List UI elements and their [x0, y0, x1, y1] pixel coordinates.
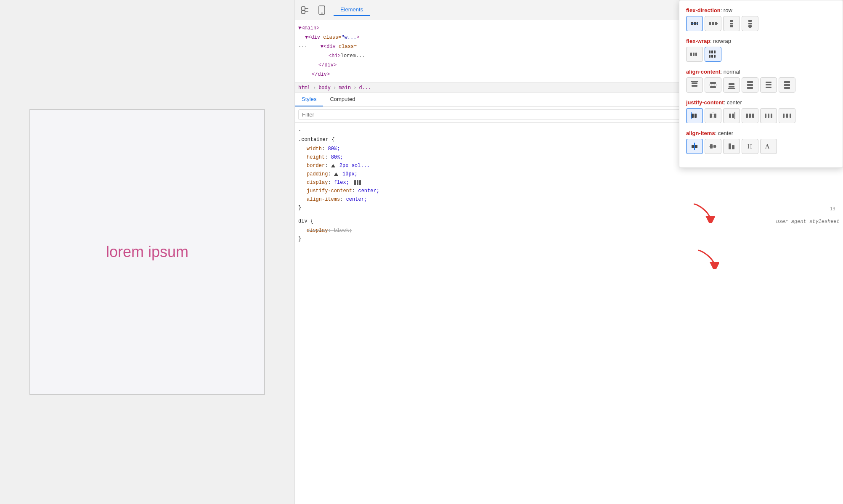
- flex-editor-open-icon[interactable]: [354, 180, 361, 186]
- flex-dir-column-btn[interactable]: [723, 16, 740, 31]
- ac-center-btn[interactable]: [705, 77, 721, 93]
- svg-rect-6: [354, 180, 356, 185]
- svg-rect-61: [765, 114, 766, 118]
- svg-rect-58: [746, 114, 748, 118]
- svg-rect-69: [695, 145, 697, 148]
- svg-rect-30: [714, 55, 716, 58]
- breadcrumb-html[interactable]: html: [298, 85, 310, 90]
- svg-rect-59: [752, 114, 754, 118]
- ai-stretch-btn[interactable]: I I: [742, 139, 758, 154]
- svg-rect-21: [748, 25, 752, 27]
- flex-wrap-wrap-btn[interactable]: [705, 47, 721, 62]
- svg-rect-36: [710, 86, 716, 88]
- flex-dir-column-reverse-btn[interactable]: [742, 16, 758, 31]
- css-selector-div[interactable]: div {: [298, 217, 313, 225]
- svg-rect-44: [766, 84, 771, 85]
- ac-flex-end-btn[interactable]: [723, 77, 740, 93]
- css-rules: · .container { width: 80%; height: 80%; …: [295, 123, 843, 504]
- ai-flex-end-btn[interactable]: [723, 139, 740, 154]
- inspect-icon[interactable]: [300, 5, 310, 15]
- svg-rect-53: [714, 114, 716, 118]
- jc-flex-start-btn[interactable]: [686, 108, 703, 123]
- ai-flex-start-btn[interactable]: [686, 139, 703, 154]
- svg-rect-42: [747, 84, 753, 86]
- align-content-buttons: [686, 77, 836, 93]
- ac-space-around-btn[interactable]: [760, 77, 777, 93]
- svg-rect-71: [710, 144, 713, 149]
- breadcrumb-main[interactable]: main: [339, 85, 351, 90]
- svg-rect-18: [730, 25, 733, 27]
- align-items-row: align-items: center: [686, 130, 836, 154]
- breadcrumb-d[interactable]: d...: [359, 85, 371, 90]
- flex-dir-row-reverse-btn[interactable]: [705, 16, 721, 31]
- svg-text:I: I: [750, 143, 752, 150]
- ac-space-between-btn[interactable]: [742, 77, 758, 93]
- svg-rect-23: [693, 53, 695, 56]
- tab-styles[interactable]: Styles: [295, 93, 323, 106]
- demo-container: lorem ipsum: [29, 109, 265, 395]
- svg-rect-55: [729, 114, 731, 118]
- jc-space-evenly-btn[interactable]: [779, 108, 795, 123]
- svg-rect-15: [715, 22, 717, 25]
- svg-rect-51: [695, 114, 697, 118]
- svg-rect-66: [790, 114, 791, 118]
- svg-rect-48: [784, 87, 790, 89]
- ai-baseline-btn[interactable]: A: [760, 139, 777, 154]
- svg-rect-62: [768, 114, 769, 118]
- tab-computed[interactable]: Computed: [323, 93, 362, 106]
- device-icon[interactable]: [317, 5, 327, 15]
- ai-center-btn[interactable]: [705, 139, 721, 154]
- flex-dir-row-btn[interactable]: [686, 16, 703, 31]
- padding-expand-triangle[interactable]: [334, 172, 338, 176]
- svg-rect-74: [732, 145, 734, 149]
- svg-rect-47: [784, 84, 790, 86]
- flex-wrap-nowrap-btn[interactable]: [686, 47, 703, 62]
- svg-rect-46: [784, 81, 790, 83]
- browser-viewport: lorem ipsum: [0, 0, 294, 504]
- svg-rect-25: [709, 50, 710, 53]
- flex-direction-buttons: [686, 16, 836, 31]
- devtools-top-tabs: Elements: [334, 4, 370, 16]
- css-prop-padding[interactable]: padding: 10px;: [298, 170, 840, 178]
- css-prop-justify-content[interactable]: justify-content: center;: [298, 187, 840, 195]
- svg-rect-16: [730, 20, 733, 22]
- svg-rect-37: [729, 83, 734, 85]
- jc-space-between-btn[interactable]: [742, 108, 758, 123]
- svg-rect-50: [692, 114, 694, 118]
- flex-direction-row: flex-direction: row: [686, 7, 836, 31]
- line-number-13: 13: [830, 206, 835, 212]
- css-close-brace-container: }: [298, 204, 840, 212]
- jc-space-around-btn[interactable]: [760, 108, 777, 123]
- svg-rect-45: [766, 87, 771, 88]
- border-expand-triangle[interactable]: [331, 164, 335, 167]
- ac-flex-start-btn[interactable]: [686, 77, 703, 93]
- svg-rect-27: [714, 50, 716, 53]
- css-prop-display[interactable]: display: flex;: [298, 178, 840, 187]
- jc-flex-end-btn[interactable]: [723, 108, 740, 123]
- svg-rect-52: [710, 114, 712, 118]
- flex-wrap-buttons: [686, 47, 836, 62]
- lorem-text: lorem ipsum: [106, 243, 188, 261]
- css-close-brace-div: }: [298, 235, 840, 243]
- justify-content-buttons: [686, 108, 836, 123]
- svg-text:I: I: [748, 143, 750, 150]
- flex-wrap-row: flex-wrap: nowrap: [686, 38, 836, 62]
- svg-rect-29: [711, 55, 713, 58]
- ac-stretch-btn[interactable]: [779, 77, 795, 93]
- svg-rect-17: [730, 23, 733, 24]
- svg-rect-32: [692, 82, 697, 84]
- breadcrumb-body[interactable]: body: [318, 85, 331, 90]
- align-items-buttons: I I A: [686, 139, 836, 154]
- svg-rect-28: [709, 55, 710, 58]
- css-prop-align-items[interactable]: align-items: center;: [298, 195, 840, 204]
- jc-center-btn[interactable]: [705, 108, 721, 123]
- svg-rect-3: [302, 11, 305, 13]
- css-prop-display-ua[interactable]: display: block;: [298, 226, 840, 235]
- svg-rect-68: [692, 145, 694, 148]
- svg-rect-34: [710, 82, 716, 84]
- justify-content-label: justify-content: center: [686, 99, 836, 106]
- align-content-row: align-content: normal: [686, 69, 836, 93]
- svg-rect-7: [357, 180, 358, 185]
- css-rule-div: div { user agent stylesheet display: blo…: [298, 217, 840, 243]
- tab-elements[interactable]: Elements: [334, 4, 370, 16]
